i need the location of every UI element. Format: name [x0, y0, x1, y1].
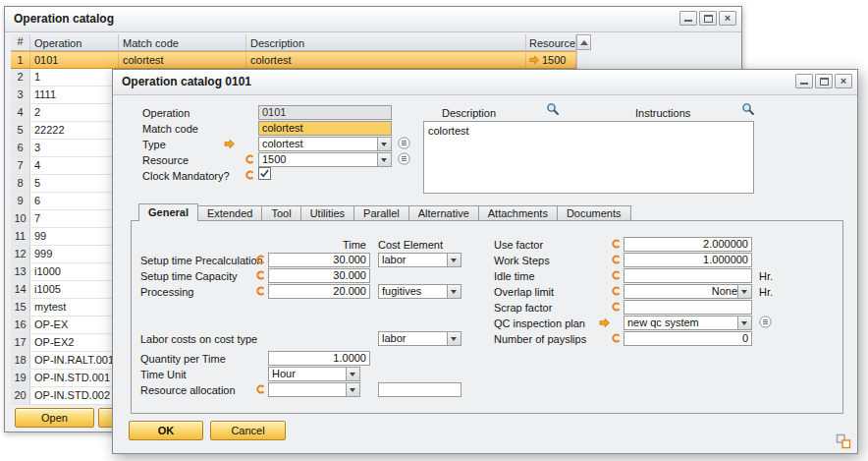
use-factor-label: Use factor — [494, 238, 543, 253]
cell-operation: OP-IN.STD.001 — [30, 370, 119, 386]
processing-cost-select[interactable]: fugitives — [378, 284, 461, 299]
processing-time-field[interactable]: 20.000 — [268, 284, 370, 299]
tab-documents[interactable]: Documents — [558, 205, 631, 221]
link-arrow-icon[interactable] — [223, 138, 236, 150]
tab-attachments[interactable]: Attachments — [479, 205, 558, 221]
chevron-down-icon[interactable] — [737, 285, 751, 298]
operation-label: Operation — [142, 106, 190, 121]
row-number: 18 — [11, 352, 30, 369]
match-code-field[interactable]: colortest — [258, 121, 392, 136]
overlap-limit-value: None — [627, 285, 737, 298]
scroll-up-button[interactable] — [576, 34, 591, 50]
tab-general[interactable]: General — [138, 203, 198, 221]
cell-operation: 22222 — [30, 122, 119, 139]
chevron-down-icon[interactable] — [346, 383, 359, 396]
clock-mandatory-checkbox[interactable] — [258, 167, 271, 180]
setup-precalc-cost-select[interactable]: labor — [378, 253, 461, 267]
quantity-per-time-field[interactable]: 1.0000 — [268, 351, 370, 366]
cell-description: colortest — [246, 52, 526, 68]
row-number: 20 — [11, 387, 30, 404]
labor-costs-select[interactable]: labor — [378, 331, 461, 346]
chevron-down-icon[interactable] — [377, 153, 391, 166]
resize-grip-icon[interactable] — [836, 433, 851, 449]
link-arrow-icon[interactable] — [528, 54, 540, 66]
payslips-field[interactable]: 0 — [624, 331, 752, 346]
ok-button[interactable]: OK — [129, 421, 203, 440]
tab-alternative[interactable]: Alternative — [409, 205, 479, 221]
chevron-down-icon[interactable] — [447, 285, 461, 298]
value-list-icon[interactable] — [759, 316, 772, 328]
chevron-down-icon[interactable] — [346, 368, 359, 380]
table-row[interactable]: 10101colortestcolortest1500 — [11, 51, 576, 69]
labor-costs-label: Labor costs on cost type — [140, 332, 257, 347]
dialog-minimize-button[interactable] — [795, 74, 813, 88]
close-button[interactable]: × — [719, 11, 736, 26]
tab-parallel[interactable]: Parallel — [354, 205, 409, 221]
overlap-limit-select[interactable]: None — [624, 284, 752, 299]
type-label: Type — [142, 138, 166, 152]
type-value: colortest — [262, 138, 377, 150]
setup-precalc-cost-value: labor — [382, 254, 447, 266]
tab-tool[interactable]: Tool — [262, 205, 300, 221]
setup-capacity-label: Setup time Capacity — [140, 269, 237, 284]
resource-select[interactable]: 1500 — [258, 152, 392, 167]
instructions-magnifier-icon[interactable] — [741, 102, 755, 116]
minimize-icon — [684, 20, 692, 22]
tab-utilities[interactable]: Utilities — [301, 205, 354, 221]
row-number: 6 — [11, 140, 30, 156]
value-list-icon[interactable] — [398, 152, 410, 165]
column-header-match-code[interactable]: Match code — [119, 34, 246, 51]
chevron-down-icon[interactable] — [447, 332, 461, 345]
cell-operation: 999 — [30, 246, 119, 262]
dialog-maximize-button[interactable] — [815, 74, 833, 88]
dialog-titlebar[interactable]: Operation catalog 0101 × — [113, 70, 857, 95]
row-number: 13 — [11, 263, 30, 280]
row-number: 15 — [11, 299, 30, 316]
catalog-titlebar[interactable]: Operation catalog × — [5, 7, 741, 32]
column-header-number[interactable]: # — [11, 34, 30, 51]
value-list-icon[interactable] — [398, 137, 410, 149]
maximize-button[interactable] — [699, 11, 717, 26]
column-header-operation[interactable]: Operation — [30, 34, 119, 51]
cell-operation: 5 — [30, 175, 119, 192]
description-textarea[interactable]: colortest — [423, 121, 754, 194]
idle-time-field[interactable] — [624, 268, 752, 283]
processing-label: Processing — [140, 285, 193, 300]
chevron-down-icon[interactable] — [377, 138, 391, 150]
row-number: 17 — [11, 334, 30, 351]
scrap-factor-field[interactable] — [624, 300, 752, 315]
work-steps-label: Work Steps — [494, 254, 550, 268]
cell-operation: mytest — [30, 299, 119, 316]
scrap-factor-label: Scrap factor — [494, 301, 552, 316]
tab-extended[interactable]: Extended — [198, 205, 262, 221]
work-steps-field[interactable]: 1.000000 — [624, 253, 752, 267]
resource-allocation-select[interactable] — [268, 382, 360, 397]
column-header-resource[interactable]: Resource — [526, 34, 576, 51]
resource-value: 1500 — [542, 52, 566, 68]
field-edit-indicator-icon — [256, 255, 265, 264]
chevron-down-icon[interactable] — [447, 254, 461, 266]
resource-allocation-extra-field[interactable] — [378, 382, 461, 397]
tab-bar: General Extended Tool Utilities Parallel… — [138, 203, 631, 221]
minimize-button[interactable] — [679, 11, 697, 26]
setup-capacity-time-field[interactable]: 30.000 — [268, 268, 370, 283]
link-arrow-icon[interactable] — [598, 317, 611, 329]
dialog-close-button[interactable]: × — [835, 74, 852, 88]
setup-precalc-time-field[interactable]: 30.000 — [268, 253, 370, 267]
time-unit-select[interactable]: Hour — [268, 367, 360, 381]
open-button[interactable]: Open — [15, 408, 94, 428]
type-select[interactable]: colortest — [258, 137, 392, 151]
cancel-button[interactable]: Cancel — [210, 421, 286, 440]
column-header-description[interactable]: Description — [246, 34, 526, 51]
qc-plan-select[interactable]: new qc system — [624, 316, 752, 330]
instructions-label: Instructions — [635, 106, 690, 121]
minimize-icon — [800, 83, 808, 85]
close-icon: × — [836, 75, 851, 87]
chevron-down-icon[interactable] — [737, 317, 751, 329]
labor-costs-value: labor — [382, 332, 447, 345]
catalog-window-controls: × — [679, 11, 736, 26]
description-magnifier-icon[interactable] — [546, 102, 560, 116]
use-factor-field[interactable]: 2.000000 — [624, 237, 752, 252]
field-edit-indicator-icon — [612, 302, 621, 312]
description-label: Description — [442, 106, 496, 121]
